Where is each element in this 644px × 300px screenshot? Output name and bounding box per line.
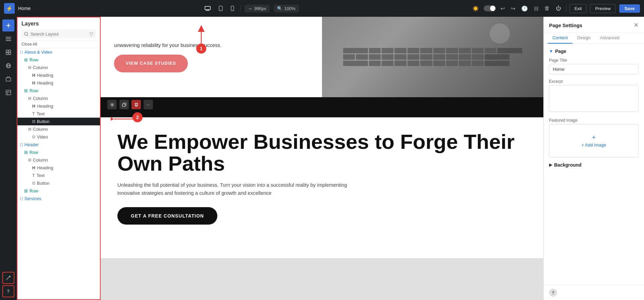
layer-column-4-label: Column xyxy=(33,158,48,163)
svg-point-22 xyxy=(24,32,28,35)
layer-row-icon: ⊞ xyxy=(24,57,28,62)
page-section-header[interactable]: ▼ Page xyxy=(549,49,639,54)
layer-row-3[interactable]: ⊞ Row xyxy=(17,148,100,156)
toolbar-duplicate-btn[interactable] xyxy=(119,100,129,109)
sidebar-elements-btn[interactable] xyxy=(2,46,14,58)
layer-text-1-label: Text xyxy=(37,111,45,116)
svg-rect-20 xyxy=(6,78,11,81)
layer-row-4-label: Row xyxy=(30,188,38,193)
toolbar-settings-btn[interactable] xyxy=(107,100,117,109)
canvas-content: 1 unwavering reliability for your busine… xyxy=(101,17,543,258)
sidebar-global-btn[interactable] xyxy=(2,60,14,72)
close-all-button[interactable]: Close All xyxy=(17,41,100,48)
undo-icon[interactable]: ↩ xyxy=(499,4,506,13)
svg-rect-14 xyxy=(9,50,11,52)
layer-about-video[interactable]: □ About & Video xyxy=(17,48,100,56)
main-subtext: Unleashing the full potential of your bu… xyxy=(117,181,352,197)
layer-heading-1[interactable]: H Heading xyxy=(17,71,100,79)
layer-heading-4[interactable]: H Heading xyxy=(17,164,100,172)
right-panel-footer: ? xyxy=(544,285,644,300)
layer-heading-2[interactable]: H Heading xyxy=(17,79,100,87)
canvas-area[interactable]: 1 unwavering reliability for your busine… xyxy=(101,17,543,300)
featured-image-upload[interactable]: + + Add Image xyxy=(549,124,639,158)
layer-row-4[interactable]: ⊞ Row xyxy=(17,187,100,195)
preview-button[interactable]: Preview xyxy=(590,4,615,13)
layer-column-4[interactable]: ⊟ Column xyxy=(17,156,100,164)
layer-row-2[interactable]: ⊞ Row xyxy=(17,87,100,95)
layer-row-1[interactable]: ⊞ Row xyxy=(17,56,100,64)
resize-icon: ↔ xyxy=(248,6,252,11)
layer-header-label: Header xyxy=(24,142,39,147)
right-panel-header: Page Settings ✕ xyxy=(544,17,644,33)
right-panel-tabs: Content Design Advanced xyxy=(544,33,644,44)
add-image-label: + Add Image xyxy=(582,142,606,147)
save-button[interactable]: Save xyxy=(619,4,640,13)
zoom-display[interactable]: 🔍 100% xyxy=(274,5,299,12)
right-panel-close-button[interactable]: ✕ xyxy=(634,21,639,29)
viewport-display[interactable]: ↔ 996px xyxy=(245,5,269,12)
layer-video-icon: ⊡ xyxy=(32,135,35,139)
sidebar-site-btn[interactable] xyxy=(2,73,14,85)
power-icon[interactable]: ⏻ xyxy=(554,4,562,13)
filter-icon[interactable]: ▽ xyxy=(90,31,93,37)
layer-column-3-label: Column xyxy=(33,127,48,132)
layer-text-1[interactable]: T Text xyxy=(17,110,100,118)
sidebar-layers-btn[interactable] xyxy=(2,33,14,45)
sun-icon[interactable]: ☀️ xyxy=(471,4,480,13)
background-label: Background xyxy=(554,162,582,168)
layer-header-1[interactable]: □ Header xyxy=(17,141,100,148)
redo-icon[interactable]: ↪ xyxy=(509,4,517,13)
background-section-header[interactable]: ▶ Background xyxy=(549,162,639,168)
delete-icon[interactable]: 🗑 xyxy=(543,4,551,13)
svg-rect-11 xyxy=(6,39,11,39)
tablet-btn[interactable] xyxy=(217,4,225,12)
column-settings-icon[interactable]: ⊟ xyxy=(533,4,540,13)
sidebar-add-btn[interactable] xyxy=(2,19,14,32)
layer-text-2[interactable]: T Text xyxy=(17,172,100,179)
logo[interactable]: ⚡ xyxy=(4,3,15,14)
svg-line-23 xyxy=(27,35,28,36)
exit-button[interactable]: Exit xyxy=(570,4,587,13)
desktop-btn[interactable] xyxy=(203,5,213,12)
sidebar-tools-btn[interactable] xyxy=(2,272,14,284)
layer-services-1[interactable]: □ Services xyxy=(17,195,100,202)
history-icon[interactable]: 🕐 xyxy=(520,4,529,13)
tab-design[interactable]: Design xyxy=(573,33,595,44)
main-layout: ? Layers ▽ Close All □ About & Video ⊞ R… xyxy=(0,17,644,300)
svg-point-25 xyxy=(111,104,113,105)
toolbar-delete-btn[interactable] xyxy=(131,100,141,109)
layer-text-2-icon: T xyxy=(32,173,35,178)
layer-column-icon: ⊟ xyxy=(28,65,31,70)
consultation-button[interactable]: GET A FREE CONSULTATION xyxy=(117,207,217,225)
layer-column-1[interactable]: ⊟ Column xyxy=(17,64,100,71)
layer-column-2[interactable]: ⊟ Column xyxy=(17,95,100,102)
search-layout-input[interactable] xyxy=(31,32,88,37)
page-title-input[interactable] xyxy=(549,64,639,74)
excerpt-textarea[interactable] xyxy=(549,85,639,112)
layer-heading-icon-2: H xyxy=(32,80,35,85)
mobile-btn[interactable] xyxy=(229,4,236,12)
layer-button-1-label: Button xyxy=(37,119,50,124)
page-section-chevron: ▼ xyxy=(549,49,553,54)
layer-button-1[interactable]: ⊡ Button xyxy=(17,118,100,125)
layer-button-2[interactable]: ⊡ Button xyxy=(17,179,100,187)
svg-rect-0 xyxy=(205,6,210,10)
tab-advanced[interactable]: Advanced xyxy=(595,33,624,44)
layer-video-label: Video xyxy=(37,134,48,139)
layer-text-2-label: Text xyxy=(37,173,45,178)
layer-heading-icon-1: H xyxy=(32,73,35,78)
help-button[interactable]: ? xyxy=(549,289,557,297)
hero-text-column: unwavering reliability for your business… xyxy=(101,17,322,97)
svg-rect-13 xyxy=(6,50,8,52)
sidebar-help-btn[interactable]: ? xyxy=(2,285,14,297)
layer-row-1-label: Row xyxy=(30,57,38,62)
add-image-icon: + xyxy=(592,134,596,141)
tab-content[interactable]: Content xyxy=(548,33,573,44)
dark-mode-toggle[interactable] xyxy=(484,5,496,11)
toolbar-more-btn[interactable]: ··· xyxy=(144,100,153,109)
layer-column-3[interactable]: ⊟ Column xyxy=(17,125,100,133)
hero-cta-button[interactable]: VIEW CASE STUDIES xyxy=(114,55,188,72)
layer-heading-3[interactable]: H Heading xyxy=(17,102,100,110)
layer-video-1[interactable]: ⊡ Video xyxy=(17,133,100,141)
sidebar-template-btn[interactable] xyxy=(2,86,14,99)
